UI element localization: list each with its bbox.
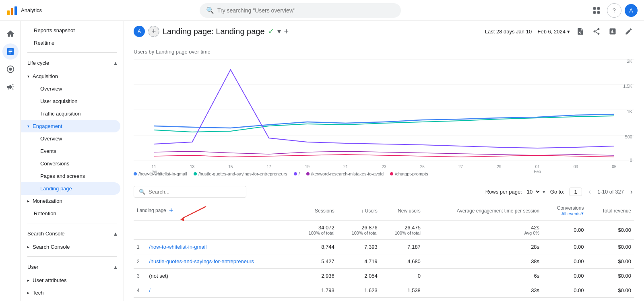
lifecycle-label: Life cycle [27,60,49,66]
table-search-icon: 🔍 [139,189,145,195]
sidebar-item-user-acquisition[interactable]: User acquisition [21,95,120,107]
search-console-label: Search Console [33,244,70,250]
sidebar-explore-button[interactable] [2,61,19,77]
page-header: A + Landing page: Landing page ✓ ▾ + Las… [124,21,644,42]
prev-page-button[interactable]: ‹ [587,187,592,197]
svg-text:01: 01 [535,165,540,169]
conversions-filter[interactable]: All events ▾ [561,211,584,216]
edit-button[interactable] [623,26,634,37]
chart-svg: 2K 1.5K 1K 500 0 11 Jan 13 15 17 19 21 2… [134,60,634,160]
sidebar-item-retention[interactable]: Retention [21,207,120,220]
row-page-2: /hustle-quotes-and-sayings-for-entrepren… [146,254,294,269]
add-comparison-button[interactable]: + [148,26,159,37]
retention-label: Retention [34,210,56,216]
sidebar-item-pages-screens[interactable]: Pages and screens [21,170,120,182]
search-input[interactable] [217,7,394,14]
table-search-wrap[interactable]: 🔍 [134,186,246,198]
apps-grid-button[interactable] [589,3,604,18]
totals-label-cell [146,221,294,240]
add-metric-button[interactable]: + [284,27,289,36]
sidebar-category-search-console[interactable]: ▸ Search Console [21,241,124,253]
rows-per-page-select[interactable]: 10 25 50 [524,188,541,196]
row-conversions-2: 0.00 [543,254,587,269]
svg-text:05: 05 [612,165,617,169]
acquisition-label: Acquisition [33,73,58,79]
sidebar-item-events[interactable]: Events [21,145,120,157]
row-page-link-2[interactable]: /hustle-quotes-and-sayings-for-entrepren… [149,258,254,264]
sidebar-home-button[interactable] [2,26,19,42]
col-header-sessions[interactable]: Sessions [295,201,338,221]
row-num-3: 3 [134,269,146,283]
row-revenue-5: $0.00 [587,298,634,301]
next-page-button[interactable]: › [629,187,634,197]
sidebar-item-realtime[interactable]: Realtime [21,37,120,49]
sidebar-item-conversions[interactable]: Conversions [21,157,120,170]
legend-dot-teal [194,172,197,175]
sidebar-category-user-attributes[interactable]: ▸ User attributes [21,274,124,287]
search-console-collapse-icon: ▴ [114,230,117,237]
row-users-1: 7,393 [338,240,381,254]
sidebar-item-acquisition-overview[interactable]: Overview [21,82,120,95]
page-title-dropdown-button[interactable]: ▾ [277,27,281,36]
share-button[interactable] [591,26,602,37]
reports-snapshot-label: Reports snapshot [34,27,75,33]
sidebar-category-monetization[interactable]: ▸ Monetization [21,195,124,207]
row-sessions-5: 1,458 [295,298,338,301]
sidebar-category-acquisition[interactable]: ▾ Acquisition [21,70,124,82]
insights-button[interactable] [607,26,618,37]
add-column-button[interactable]: + [169,206,173,215]
sidebar-divider [27,52,117,53]
user-section-header[interactable]: User ▴ [21,260,124,274]
chart-container: Users by Landing page over time 2K 1.5K … [124,42,644,183]
svg-text:19: 19 [305,165,310,169]
row-page-link-1[interactable]: /how-to-whitelist-in-gmail [149,244,206,250]
sidebar-reports-button[interactable] [2,43,19,60]
table-search-input[interactable] [149,189,241,195]
row-sessions-2: 5,427 [295,254,338,269]
sidebar-category-tech[interactable]: ▸ Tech [21,287,124,299]
sidebar-item-reports-snapshot[interactable]: Reports snapshot [21,24,120,37]
row-num-1: 1 [134,240,146,254]
sidebar-advertising-button[interactable] [2,79,19,95]
go-to-input[interactable] [569,188,582,196]
row-page-link-4[interactable]: / [149,287,151,293]
sidebar-item-landing-page[interactable]: Landing page [21,182,120,195]
totals-conversions-cell: 0.00 [543,221,587,240]
global-search-bar[interactable]: 🔍 [200,3,401,18]
engagement-label: Engagement [33,123,62,129]
lifecycle-section-header[interactable]: Life cycle ▴ [21,56,124,70]
sidebar-category-engagement[interactable]: ▾ Engagement [21,120,120,132]
teal-chart-line [154,116,614,132]
monetization-expand-icon: ▸ [27,199,29,203]
search-console-section-header[interactable]: Search Console ▴ [21,227,124,241]
col-new-users-label: New users [398,208,421,214]
col-header-users[interactable]: ↓ Users [338,201,381,221]
row-engagement-5: 10s [424,298,543,301]
row-engagement-3: 6s [424,269,543,283]
totals-num-cell [134,221,146,240]
legend-dot-dark-purple [306,172,310,175]
pagination-controls: Rows per page: 10 25 50 ▾ Go to: ‹ 1-10 … [485,187,634,197]
events-label: Events [40,148,56,154]
pages-screens-label: Pages and screens [40,173,85,179]
sidebar-item-traffic-acquisition[interactable]: Traffic acquisition [21,107,120,120]
row-conversions-5: 0.00 [543,298,587,301]
table-container: 🔍 Rows per page: 10 25 50 ▾ Go to: [124,183,644,301]
table-row: 2 /hustle-quotes-and-sayings-for-entrepr… [134,254,634,269]
grid-icon [592,6,601,14]
help-button[interactable]: ? [607,3,621,18]
svg-rect-0 [7,10,10,15]
legend-label-chatgpt: /chatgpt-prompts [395,171,428,176]
table-row: 4 / 1,793 1,623 1,538 33s 0.00 $0.00 [134,283,634,298]
svg-point-8 [9,68,12,70]
row-revenue-2: $0.00 [587,254,634,269]
svg-text:500: 500 [625,134,632,139]
date-range-button[interactable]: Last 28 days Jan 10 – Feb 6, 2024 ▾ [485,29,570,35]
svg-rect-6 [597,11,600,14]
legend-item-hustle: /hustle-quotes-and-sayings-for-entrepren… [194,171,287,176]
export-button[interactable] [575,26,586,37]
sidebar-item-engagement-overview[interactable]: Overview [21,132,120,145]
user-avatar-button[interactable]: A [625,4,638,17]
svg-rect-5 [593,11,596,14]
tech-label: Tech [33,290,43,296]
